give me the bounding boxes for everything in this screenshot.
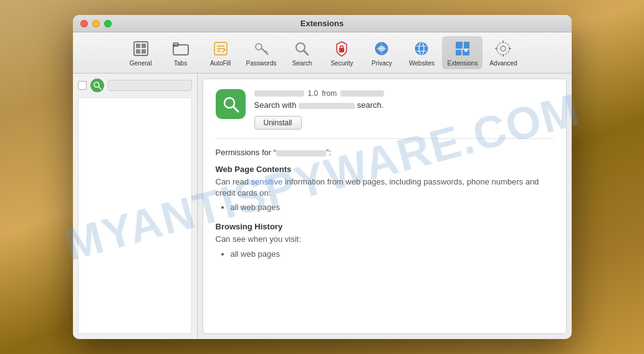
sidebar-search-icon	[90, 79, 104, 92]
general-icon	[131, 39, 151, 59]
extension-header: 1.0 from Search with search. Uninstall	[216, 89, 554, 139]
extension-description: Search with search.	[254, 100, 554, 110]
ext-version: 1.0	[308, 89, 319, 98]
tab-security[interactable]: Security	[322, 36, 361, 69]
svg-line-38	[99, 87, 101, 89]
window-controls	[80, 20, 112, 27]
extension-meta: 1.0 from	[254, 89, 554, 98]
tab-general[interactable]: General	[122, 36, 160, 69]
advanced-label: Advanced	[489, 60, 517, 67]
security-icon	[332, 39, 352, 59]
general-label: General	[130, 60, 152, 67]
svg-line-14	[266, 52, 267, 53]
ext-name-bar	[254, 90, 304, 97]
tab-advanced[interactable]: Advanced	[484, 36, 522, 69]
uninstall-button[interactable]: Uninstall	[254, 116, 302, 130]
maximize-button[interactable]	[104, 20, 112, 27]
sidebar-checkbox[interactable]	[78, 81, 87, 90]
web-page-contents-list: all web pages	[216, 203, 554, 212]
search-toolbar-icon	[292, 39, 312, 59]
svg-point-31	[501, 46, 506, 51]
svg-point-18	[340, 46, 344, 49]
ext-from: from	[322, 89, 337, 98]
svg-line-13	[265, 50, 266, 52]
svg-line-16	[304, 50, 308, 55]
websites-label: Websites	[409, 60, 435, 67]
extensions-label: Extensions	[447, 60, 478, 67]
toolbar: General Tabs Au	[73, 32, 572, 74]
search-label: Search	[292, 60, 312, 67]
svg-rect-28	[456, 50, 461, 55]
advanced-icon	[493, 39, 513, 59]
detail-panel: 1.0 from Search with search. Uninstall P…	[203, 79, 567, 334]
ext-desc-bar	[299, 103, 355, 109]
permission-section-browsing-history: Browsing History Can see when you visit:…	[216, 222, 554, 258]
main-content: 1.0 from Search with search. Uninstall P…	[73, 74, 572, 339]
search-with-label: Search with	[254, 100, 297, 110]
sidebar-toolbar	[78, 79, 192, 92]
privacy-icon	[372, 39, 392, 59]
perm-name-bar	[276, 150, 326, 156]
svg-rect-2	[142, 44, 146, 48]
list-item: all web pages	[231, 249, 554, 259]
safari-preferences-window: Extensions General	[73, 15, 572, 339]
minimize-button[interactable]	[92, 20, 100, 27]
privacy-label: Privacy	[372, 60, 392, 67]
tab-search[interactable]: Search	[282, 36, 321, 69]
websites-icon	[411, 39, 431, 59]
sidebar-search-field[interactable]	[108, 80, 192, 91]
tab-passwords[interactable]: Passwords	[241, 36, 282, 69]
passwords-label: Passwords	[246, 60, 277, 67]
browsing-history-title: Browsing History	[216, 222, 554, 231]
browsing-history-desc: Can see when you visit:	[216, 234, 554, 245]
titlebar: Extensions	[73, 15, 572, 32]
svg-rect-27	[464, 42, 469, 49]
close-button[interactable]	[80, 20, 88, 27]
tab-privacy[interactable]: Privacy	[362, 36, 401, 69]
passwords-icon	[251, 39, 271, 59]
autofill-icon	[211, 39, 231, 59]
tabs-label: Tabs	[174, 60, 187, 67]
tab-websites[interactable]: Websites	[402, 36, 441, 69]
extensions-icon	[453, 39, 473, 59]
svg-point-32	[497, 42, 509, 55]
list-item: all web pages	[231, 203, 554, 212]
svg-rect-30	[464, 49, 468, 52]
autofill-label: AutoFill	[210, 60, 231, 67]
svg-rect-26	[456, 42, 463, 49]
security-label: Security	[330, 60, 353, 67]
permission-section-web-page: Web Page Contents Can read sensitive inf…	[216, 165, 554, 212]
svg-rect-3	[136, 49, 140, 54]
web-page-contents-title: Web Page Contents	[216, 165, 554, 174]
permissions-title: Permissions for “”:	[216, 148, 554, 157]
ext-from-bar	[340, 90, 384, 97]
svg-point-11	[256, 44, 262, 50]
svg-rect-4	[142, 49, 146, 54]
sidebar	[73, 74, 198, 339]
tab-extensions[interactable]: Extensions	[442, 36, 483, 69]
search-suffix: search.	[357, 100, 384, 110]
web-page-contents-desc: Can read sensitive information from web …	[216, 176, 554, 199]
tabs-icon	[171, 39, 191, 59]
extension-icon	[216, 89, 246, 119]
svg-rect-1	[136, 44, 140, 48]
extension-info: 1.0 from Search with search. Uninstall	[254, 89, 554, 130]
svg-line-40	[233, 107, 238, 112]
tab-tabs[interactable]: Tabs	[161, 36, 200, 69]
sidebar-extension-list[interactable]	[78, 97, 192, 334]
browsing-history-list: all web pages	[216, 249, 554, 259]
tab-autofill[interactable]: AutoFill	[201, 36, 240, 69]
window-title: Extensions	[300, 19, 344, 28]
